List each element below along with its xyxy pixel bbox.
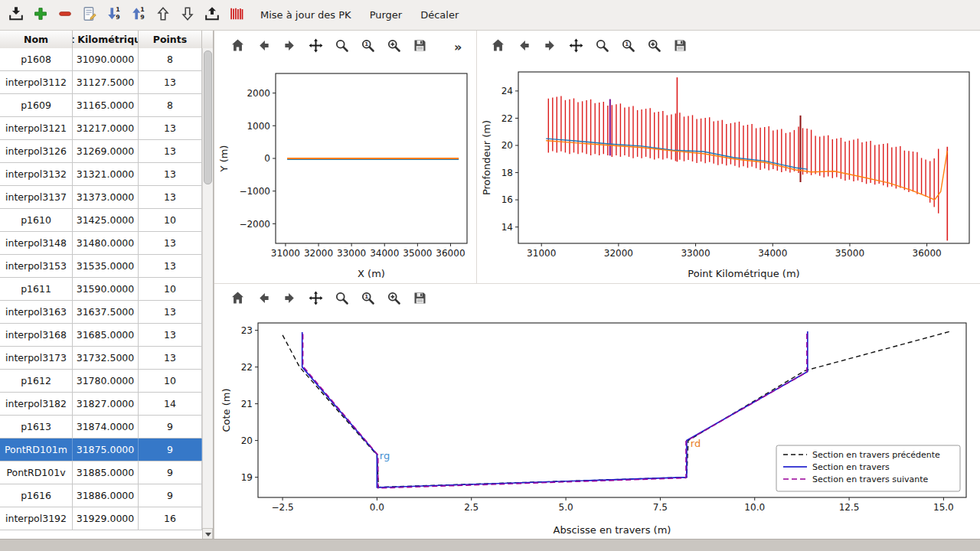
table-row[interactable]: PontRD101v31885.00009 — [0, 461, 202, 484]
table-row[interactable]: interpol316831685.000013 — [0, 324, 202, 347]
toolbar-button-save[interactable] — [408, 35, 431, 58]
longitudinal-chart[interactable]: 3100032000330003400035000360001416182022… — [479, 63, 980, 283]
move-up-icon — [155, 5, 172, 25]
svg-text:23: 23 — [241, 325, 253, 336]
toolbar-button-save[interactable] — [408, 288, 431, 311]
svg-text:20: 20 — [241, 435, 253, 446]
svg-text:12.5: 12.5 — [839, 502, 860, 513]
table-row[interactable]: interpol313231321.000013 — [0, 163, 202, 186]
scrollbar-thumb[interactable] — [204, 51, 212, 184]
cross-section-chart[interactable]: −2.50.02.55.07.510.012.515.01920212223Ab… — [218, 314, 980, 540]
scrollbar-down-button[interactable] — [202, 528, 213, 540]
table-row[interactable]: interpol312631269.000013 — [0, 140, 202, 163]
table-row[interactable]: interpol318231827.000014 — [0, 393, 202, 416]
toolbar-button-forward[interactable] — [538, 35, 561, 58]
toolbar-button-forward[interactable] — [278, 288, 301, 311]
plan-chart[interactable]: 310003200033000340003500036000−2000−1000… — [216, 63, 476, 283]
column-header-pk[interactable]: t Kilométriqu — [73, 31, 139, 48]
menu-purger[interactable]: Purger — [370, 9, 403, 21]
table-row[interactable]: interpol313731373.000013 — [0, 186, 202, 209]
svg-text:31000: 31000 — [271, 248, 300, 259]
toolbar-button-home[interactable] — [226, 35, 249, 58]
toolbar-button-zoom-rect[interactable] — [330, 288, 353, 311]
cell-pk: 31827.0000 — [73, 393, 139, 415]
pan-icon — [308, 290, 324, 309]
toolbar-button-sections-red[interactable] — [227, 5, 247, 25]
toolbar-overflow-chevron[interactable]: » — [454, 40, 462, 54]
cell-points: 13 — [139, 324, 202, 346]
toolbar-button-home[interactable] — [486, 35, 509, 58]
table-scrollbar[interactable] — [202, 48, 213, 540]
column-header-points[interactable]: Points — [139, 31, 202, 48]
table-row[interactable]: p161031425.000010 — [0, 209, 202, 232]
toolbar-button-sort-descending[interactable]: 19 — [104, 5, 124, 25]
toolbar-button-back[interactable] — [512, 35, 535, 58]
table-body: p160831090.00008interpol311231127.500013… — [0, 48, 202, 540]
cell-points: 13 — [139, 140, 202, 162]
toolbar-button-pan[interactable] — [564, 35, 587, 58]
toolbar-button-save[interactable] — [668, 35, 691, 58]
splitter-vertical[interactable] — [476, 31, 477, 283]
svg-text:20: 20 — [501, 140, 513, 151]
svg-text:35000: 35000 — [403, 248, 432, 259]
toolbar-button-home[interactable] — [226, 288, 249, 311]
toolbar-button-pan[interactable] — [304, 288, 327, 311]
svg-text:1: 1 — [364, 41, 368, 47]
table-row[interactable]: interpol314831480.000013 — [0, 232, 202, 255]
table-row[interactable]: interpol316331637.500013 — [0, 301, 202, 324]
table-row[interactable]: p160931165.00008 — [0, 94, 202, 117]
table-row[interactable]: interpol312131217.000013 — [0, 117, 202, 140]
table-row[interactable]: p161331874.00009 — [0, 416, 202, 439]
table-row[interactable]: p161231780.000010 — [0, 370, 202, 393]
table-row[interactable]: interpol317331732.500013 — [0, 347, 202, 370]
toolbar-button-export[interactable] — [202, 5, 222, 25]
cell-nom: PontRD101v — [0, 461, 73, 484]
svg-text:Cote (m): Cote (m) — [220, 388, 232, 432]
column-header-nom[interactable]: Nom — [0, 31, 73, 48]
toolbar-button-zoom-in[interactable] — [382, 35, 405, 58]
cell-pk: 31637.5000 — [73, 301, 139, 323]
save-icon — [412, 37, 428, 57]
svg-text:15.0: 15.0 — [933, 502, 954, 513]
toolbar-button-import[interactable] — [6, 5, 26, 25]
toolbar-button-forward[interactable] — [278, 35, 301, 58]
toolbar-button-edit-form[interactable] — [80, 5, 100, 25]
table-row[interactable]: interpol311231127.500013 — [0, 71, 202, 94]
toolbar-button-zoom-one[interactable]: 1 — [616, 35, 639, 58]
toolbar-button-move-up[interactable] — [153, 5, 173, 25]
cell-pk: 31480.0000 — [73, 232, 139, 254]
toolbar-button-back[interactable] — [252, 35, 275, 58]
toolbar-button-zoom-in[interactable] — [642, 35, 665, 58]
toolbar-button-add-row[interactable] — [31, 5, 51, 25]
toolbar-button-remove-row[interactable] — [55, 5, 75, 25]
zoom-one-icon: 1 — [360, 37, 376, 57]
toolbar-button-zoom-rect[interactable] — [330, 35, 353, 58]
back-icon — [256, 37, 272, 57]
menu-mise-a-jour-pk[interactable]: Mise à jour des PK — [260, 9, 351, 21]
toolbar-button-pan[interactable] — [304, 35, 327, 58]
toolbar-button-zoom-one[interactable]: 1 — [356, 288, 379, 311]
cell-points: 8 — [139, 94, 202, 116]
toolbar-button-zoom-one[interactable]: 1 — [356, 35, 379, 58]
table-row[interactable]: interpol319231929.000016 — [0, 507, 202, 530]
toolbar-button-zoom-in[interactable] — [382, 288, 405, 311]
table-row[interactable]: PontRD101m31875.00009 — [0, 439, 202, 461]
svg-text:−2000: −2000 — [239, 219, 270, 230]
add-row-icon — [32, 5, 49, 25]
toolbar-button-back[interactable] — [252, 288, 275, 311]
zoom-one-icon: 1 — [360, 290, 376, 309]
save-icon — [412, 290, 428, 309]
toolbar-button-sort-ascending[interactable]: 19 — [129, 5, 149, 25]
zoom-rect-icon — [594, 37, 610, 57]
table-row[interactable]: interpol315331535.000013 — [0, 255, 202, 278]
table-row[interactable]: p160831090.00008 — [0, 48, 202, 71]
toolbar-button-move-down[interactable] — [178, 5, 198, 25]
table-row[interactable]: p161631886.00009 — [0, 484, 202, 507]
cell-pk: 31425.0000 — [73, 209, 139, 231]
toolbar-button-zoom-rect[interactable] — [590, 35, 613, 58]
table-row[interactable]: p161131590.000010 — [0, 278, 202, 301]
cross-section-chart-toolbar: 1 — [226, 286, 431, 312]
zoom-in-icon — [646, 37, 662, 57]
splitter-horizontal[interactable] — [214, 283, 980, 284]
menu-decaler[interactable]: Décaler — [420, 9, 459, 21]
